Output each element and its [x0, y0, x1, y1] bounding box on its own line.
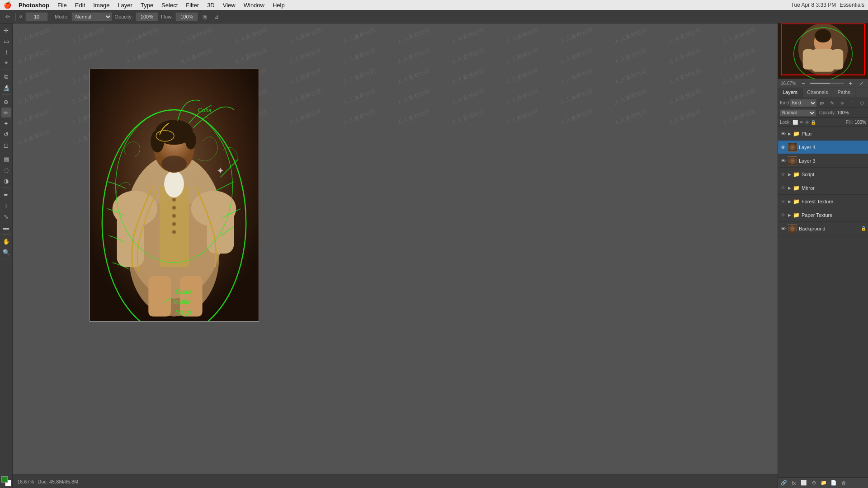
layer-item-background[interactable]: 👁 Background 🔒 [778, 222, 868, 235]
folder-collapse-icon-mirror[interactable]: ▶ [788, 186, 791, 190]
menu-select[interactable]: Select [158, 1, 181, 9]
add-mask-btn[interactable]: ⬜ [800, 479, 808, 487]
history-brush-tool[interactable]: ↺ [1, 129, 11, 139]
layer-item-mirror[interactable]: 👁 ▶ 📁 Mirror [778, 181, 868, 195]
menu-help[interactable]: Help [269, 1, 288, 9]
healing-tool[interactable]: ⊕ [1, 97, 11, 107]
folder-collapse-icon-forest[interactable]: ▶ [788, 199, 791, 204]
visibility-icon-layer4[interactable]: 👁 [780, 144, 786, 150]
clone-tool[interactable]: ✦ [1, 118, 11, 128]
layer-item-layer3[interactable]: 👁 Layer 3 [778, 154, 868, 168]
visibility-icon-background[interactable]: 👁 [780, 225, 786, 232]
layer-item-paper-texture[interactable]: 👁 ▶ 📁 Paper Texture [778, 208, 868, 222]
menu-layer[interactable]: Layer [114, 1, 136, 9]
tab-channels[interactable]: Channels [802, 88, 833, 98]
flow-input[interactable] [175, 12, 198, 21]
tab-layers[interactable]: Layers [778, 88, 802, 98]
mode-select[interactable]: Normal Multiply Screen [71, 12, 112, 21]
filter-select[interactable]: Kind Name Effect Mode Attribute Color [790, 99, 816, 107]
visibility-icon-layer3[interactable]: 👁 [780, 158, 786, 164]
lock-position-icon[interactable]: ✛ [805, 120, 809, 125]
hand-tool[interactable]: ✋ [1, 236, 11, 246]
visibility-icon-forest[interactable]: 👁 [780, 198, 786, 205]
tool-separator-3 [2, 152, 10, 152]
essentials-label[interactable]: Essentials [840, 2, 864, 8]
zoom-out-btn[interactable]: − [798, 78, 808, 88]
quick-select-tool[interactable]: ⌖ [1, 58, 11, 68]
menu-view[interactable]: View [219, 1, 239, 9]
shape-tool[interactable]: ▬ [1, 222, 11, 232]
visibility-icon-plan[interactable]: 👁 [780, 131, 786, 137]
layer-name-plan: Plan [802, 131, 866, 136]
menu-file[interactable]: File [54, 1, 71, 9]
path-select-tool[interactable]: ⤡ [1, 211, 11, 221]
svg-point-4 [164, 170, 184, 197]
selection-tool[interactable]: ▭ [1, 36, 11, 46]
opacity-input[interactable] [136, 12, 158, 21]
pen-tool[interactable]: ✒ [1, 190, 11, 200]
canvas-area[interactable]: 人人素材社区人人素材社区 人人素材社区人人素材社区 人人素材社区人人素材社区 人… [13, 23, 778, 474]
menu-type[interactable]: Type [137, 1, 157, 9]
layer-item-script[interactable]: 👁 ▶ 📁 Script [778, 168, 868, 181]
svg-point-20 [172, 230, 176, 234]
lasso-tool[interactable]: ⌇ [1, 47, 11, 57]
type-tool[interactable]: T [1, 201, 11, 211]
navigator-zoom-bar: 16.67% − + ⤢ [778, 79, 868, 88]
foreground-color-swatch[interactable] [1, 476, 8, 483]
link-layers-btn[interactable]: 🔗 [780, 479, 788, 487]
brush-tool-btn[interactable]: ✏ [3, 12, 13, 22]
layers-tabs: Layers Channels Paths [778, 88, 868, 98]
filter-icon-type[interactable]: T [848, 98, 856, 108]
lock-all-icon[interactable]: 🔒 [811, 120, 816, 125]
delete-layer-btn[interactable]: 🗑 [840, 479, 848, 487]
add-adjustment-btn[interactable]: ⊕ [810, 479, 818, 487]
visibility-icon-paper[interactable]: 👁 [780, 212, 786, 218]
folder-collapse-icon-paper[interactable]: ▶ [788, 213, 791, 217]
brush-size-input[interactable] [25, 12, 48, 21]
menu-3d[interactable]: 3D [203, 1, 218, 9]
menu-filter[interactable]: Filter [182, 1, 203, 9]
menu-image[interactable]: Image [90, 1, 113, 9]
layer-item-layer4[interactable]: 👁 Layer 4 [778, 141, 868, 154]
menu-edit[interactable]: Edit [71, 1, 89, 9]
filter-icon-adj[interactable]: ⊕ [838, 98, 846, 108]
blur-tool[interactable]: ◌ [1, 165, 11, 175]
menu-window[interactable]: Window [240, 1, 268, 9]
apple-logo-icon[interactable]: 🍎 [4, 1, 11, 9]
visibility-icon-mirror[interactable]: 👁 [780, 185, 786, 191]
zoom-slider[interactable] [810, 83, 844, 84]
opacity-label: Opacity: [819, 110, 836, 115]
nav-expand-btn[interactable]: ⤢ [857, 79, 865, 87]
menu-photoshop[interactable]: Photoshop [15, 1, 53, 9]
layer-item-forest-texture[interactable]: 👁 ▶ 📁 Forest Texture [778, 195, 868, 208]
visibility-icon-script[interactable]: 👁 [780, 171, 786, 178]
folder-collapse-icon-script[interactable]: ▶ [788, 172, 791, 177]
eyedropper-tool[interactable]: 🔬 [1, 83, 11, 93]
filter-icon-fx[interactable]: fx [828, 98, 836, 108]
add-group-btn[interactable]: 📁 [820, 479, 828, 487]
zoom-tool[interactable]: 🔍 [1, 247, 11, 257]
brush-tool[interactable]: ✏ [1, 108, 11, 117]
eraser-tool[interactable]: ◻ [1, 140, 11, 150]
filter-icon-px[interactable]: px [818, 98, 826, 108]
fill-value: 100% [854, 120, 866, 125]
blend-mode-select[interactable]: Normal Multiply Screen Overlay [780, 109, 816, 117]
pressure-btn[interactable]: ⊿ [212, 12, 222, 22]
lock-pixels-icon[interactable]: ✏ [800, 120, 803, 125]
zoom-display: 16.67% [17, 479, 34, 484]
add-style-btn[interactable]: fx [790, 479, 798, 487]
add-layer-btn[interactable]: 📄 [830, 479, 838, 487]
zoom-in-btn[interactable]: + [845, 78, 855, 88]
gradient-tool[interactable]: ▦ [1, 154, 11, 164]
lock-transparent-icon[interactable]: ⬜ [793, 120, 798, 125]
color-swatch[interactable] [1, 476, 11, 486]
move-tool[interactable]: ✛ [1, 25, 11, 35]
crop-tool[interactable]: ⧉ [1, 72, 11, 82]
dodge-tool[interactable]: ◑ [1, 176, 11, 186]
layer-item-plan[interactable]: 👁 ▶ 📁 Plan [778, 127, 868, 141]
airbrush-btn[interactable]: ◎ [200, 12, 210, 22]
tab-paths[interactable]: Paths [833, 88, 855, 98]
background-lock-icon: 🔒 [861, 226, 866, 231]
folder-collapse-icon-plan[interactable]: ▶ [788, 131, 791, 136]
filter-icon-vec[interactable]: ⬡ [858, 98, 866, 108]
